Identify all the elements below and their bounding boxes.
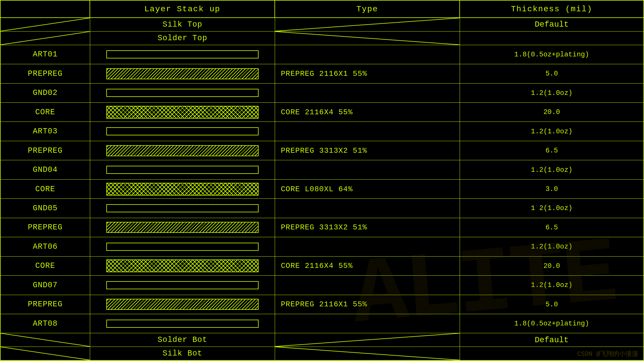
solder-bot-corner [1, 333, 90, 347]
prepreg2-label: PREPREG [1, 141, 90, 160]
table-body: Silk Top Default Solder Top ART01 [1, 18, 643, 360]
core2-bar [90, 180, 275, 198]
svg-line-5 [275, 333, 460, 347]
row-art06: ART06 1.2(1.0oz) [1, 237, 643, 256]
prepreg4-bar [90, 295, 275, 314]
prepreg1-label: PREPREG [1, 64, 90, 83]
header-col0 [1, 1, 90, 17]
solder-top-corner [1, 32, 90, 45]
row-prepreg4: PREPREG PREPREG 2116X1 55% 5.0 [1, 295, 643, 314]
prepreg4-thickness: 5.0 [460, 295, 643, 314]
svg-line-7 [275, 347, 460, 360]
gnd05-bar [90, 199, 275, 218]
gnd02-bar [90, 84, 275, 102]
gnd07-thickness: 1.2(1.0oz) [460, 276, 643, 294]
gnd04-type [275, 160, 460, 179]
core2-thickness: 3.0 [460, 180, 643, 198]
prepreg1-bar [90, 64, 275, 83]
prepreg1-type: PREPREG 2116X1 55% [275, 64, 460, 83]
row-core2: CORE CORE L080XL 64% 3.0 [1, 180, 643, 199]
prepreg3-label: PREPREG [1, 218, 90, 237]
header-col2: Type [275, 1, 460, 17]
art06-thickness: 1.2(1.0oz) [460, 237, 643, 256]
main-table: Layer Stack up Type Thickness (mil) Silk… [0, 0, 644, 361]
gnd04-thickness: 1.2(1.0oz) [460, 160, 643, 179]
art03-type [275, 122, 460, 141]
silk-top-row: Silk Top Default [1, 18, 643, 32]
gnd02-thickness: 1.2(1.0oz) [460, 84, 643, 102]
svg-line-0 [1, 18, 90, 31]
solder-top-row: Solder Top [1, 32, 643, 45]
gnd04-bar [90, 160, 275, 179]
art06-label: ART06 [1, 237, 90, 256]
row-gnd05: GND05 1 2(1.0oz) [1, 199, 643, 218]
prepreg1-thickness: 5.0 [460, 64, 643, 83]
gnd07-bar [90, 276, 275, 294]
row-gnd02: GND02 1.2(1.0oz) [1, 84, 643, 103]
art06-bar [90, 237, 275, 256]
silk-bot-row: Silk Bot [1, 347, 643, 360]
gnd04-label: GND04 [1, 160, 90, 179]
row-prepreg2: PREPREG PREPREG 3313X2 51% 6.5 [1, 141, 643, 160]
core1-thickness: 20.0 [460, 103, 643, 121]
gnd07-label: GND07 [1, 276, 90, 294]
core1-bar [90, 103, 275, 121]
table-header: Layer Stack up Type Thickness (mil) [1, 1, 643, 18]
core3-label: CORE [1, 257, 90, 275]
svg-line-6 [1, 347, 90, 360]
art08-bar [90, 314, 275, 333]
row-gnd07: GND07 1.2(1.0oz) [1, 276, 643, 295]
solder-bot-row: Solder Bot Default [1, 333, 643, 347]
prepreg4-label: PREPREG [1, 295, 90, 314]
solder-top-label: Solder Top [90, 32, 275, 45]
gnd05-label: GND05 [1, 199, 90, 218]
header-col3: Thickness (mil) [460, 1, 643, 17]
svg-line-4 [1, 333, 90, 347]
art06-type [275, 237, 460, 256]
row-prepreg3: PREPREG PREPREG 3313X2 51% 6.5 [1, 218, 643, 237]
core1-type: CORE 2116X4 55% [275, 103, 460, 121]
row-prepreg1: PREPREG PREPREG 2116X1 55% 5.0 [1, 64, 643, 83]
silk-top-thickness: Default [460, 18, 643, 31]
art01-type [275, 45, 460, 64]
art01-thickness: 1.8(0.5oz+plating) [460, 45, 643, 64]
core1-label: CORE [1, 103, 90, 121]
solder-top-type [275, 32, 460, 45]
svg-line-1 [275, 18, 460, 31]
row-gnd04: GND04 1.2(1.0oz) [1, 160, 643, 179]
prepreg2-bar [90, 141, 275, 160]
core3-thickness: 20.0 [460, 257, 643, 275]
art01-bar [90, 45, 275, 64]
prepreg2-thickness: 6.5 [460, 141, 643, 160]
silk-bot-corner [1, 347, 90, 360]
art01-label: ART01 [1, 45, 90, 64]
header-col1: Layer Stack up [90, 1, 275, 17]
solder-bot-thickness: Default [460, 333, 643, 347]
prepreg3-type: PREPREG 3313X2 51% [275, 218, 460, 237]
core3-bar [90, 257, 275, 275]
art03-label: ART03 [1, 122, 90, 141]
silk-top-corner [1, 18, 90, 31]
prepreg3-bar [90, 218, 275, 237]
solder-top-thickness [460, 32, 643, 45]
prepreg4-type: PREPREG 2116X1 55% [275, 295, 460, 314]
prepreg2-type: PREPREG 3313X2 51% [275, 141, 460, 160]
gnd07-type [275, 276, 460, 294]
row-art08: ART08 1.8(0.5oz+plating) [1, 314, 643, 333]
core2-label: CORE [1, 180, 90, 198]
core2-type: CORE L080XL 64% [275, 180, 460, 198]
silk-bot-type [275, 347, 460, 360]
art08-label: ART08 [1, 314, 90, 333]
silk-top-type [275, 18, 460, 31]
core3-type: CORE 2116X4 55% [275, 257, 460, 275]
gnd02-label: GND02 [1, 84, 90, 102]
row-core1: CORE CORE 2116X4 55% 20.0 [1, 103, 643, 122]
row-art03: ART03 1.2(1.0oz) [1, 122, 643, 141]
gnd02-type [275, 84, 460, 102]
gnd05-type [275, 199, 460, 218]
art03-bar [90, 122, 275, 141]
art08-thickness: 1.8(0.5oz+plating) [460, 314, 643, 333]
solder-bot-type [275, 333, 460, 347]
svg-line-2 [1, 32, 90, 45]
art08-type [275, 314, 460, 333]
